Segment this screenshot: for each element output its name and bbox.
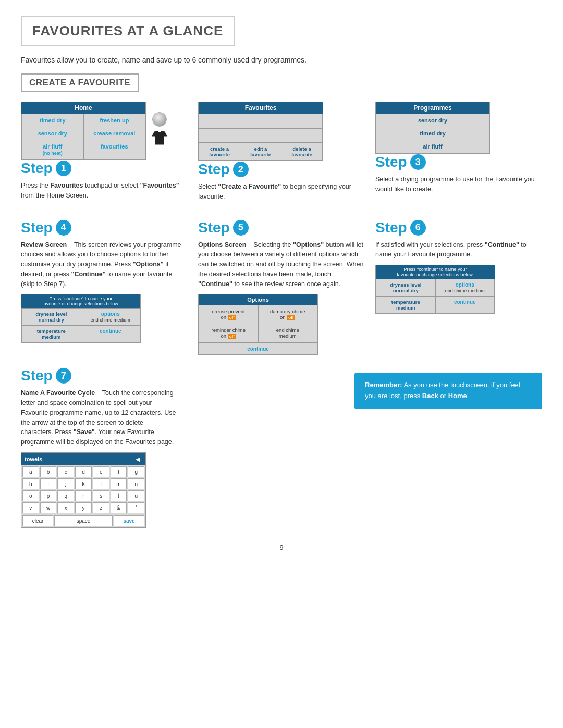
step2-col: Favourites create afavourite edit afavou…: [198, 102, 365, 207]
home-cell-sensor-dry: sensor dry: [22, 127, 83, 140]
key-l[interactable]: l: [93, 478, 109, 489]
fav-slot-1: [199, 114, 261, 128]
fav-slot-2: [261, 114, 323, 128]
option-reminder-chime: reminder chimeon off: [199, 324, 258, 342]
step4-word: Step: [21, 219, 53, 236]
step6-desc: If satisfied with your selections, press…: [375, 240, 542, 260]
home-screen-mockup: Home timed dry freshen up sensor dry cre…: [21, 102, 146, 160]
step5-word: Step: [198, 219, 230, 236]
svg-marker-0: [152, 131, 167, 144]
fav-screen-actions: create afavourite edit afavourite delete…: [199, 143, 323, 161]
key-apos[interactable]: ': [128, 502, 144, 513]
key-a[interactable]: a: [22, 466, 39, 477]
step7-label: Step 7: [21, 367, 177, 384]
keyboard-rows: a b c d e f g h i j k l m n: [21, 465, 145, 515]
key-t[interactable]: t: [111, 490, 127, 501]
step1-label: Step 1: [21, 160, 188, 177]
step5-number: 5: [233, 220, 249, 236]
key-amp[interactable]: &: [111, 502, 127, 513]
step2-label: Step 2: [198, 161, 365, 178]
key-z[interactable]: z: [93, 502, 109, 513]
step6-label: Step 6: [375, 219, 542, 236]
review2-body: dryness levelnormal dry optionsend chime…: [376, 279, 495, 314]
review-temp: temperaturemedium: [22, 326, 81, 342]
step4-desc: Review Screen – This screen reviews your…: [21, 240, 188, 289]
section-header-title: CREATE A FAVOURITE: [29, 78, 130, 88]
key-m[interactable]: m: [111, 478, 127, 489]
keyboard-screen-mockup: towels ◄ a b c d e f g h i j k: [21, 452, 146, 528]
section-header: CREATE A FAVOURITE: [21, 73, 139, 92]
remember-col: Remember: As you use the touchscreen, if…: [354, 367, 542, 409]
key-o[interactable]: o: [22, 490, 39, 501]
key-b[interactable]: b: [40, 466, 57, 477]
key-j[interactable]: j: [57, 478, 74, 489]
fav-action-delete: delete afavourite: [282, 143, 322, 160]
home-screen-grid: timed dry freshen up sensor dry crease r…: [21, 114, 145, 159]
fav-action-edit: edit afavourite: [240, 143, 281, 160]
steps-row-3: Step 7 Name A Favourite Cycle – Touch th…: [21, 367, 542, 528]
steps-row-1: Home timed dry freshen up sensor dry cre…: [21, 102, 542, 207]
prog-screen-list: sensor dry timed dry air fluff: [376, 114, 489, 153]
step5-desc: Options Screen – Selecting the "Options"…: [198, 240, 365, 289]
step2-word: Step: [198, 161, 230, 178]
key-x[interactable]: x: [57, 502, 74, 513]
review-continue: continue: [81, 326, 140, 342]
ball-icon: [152, 112, 167, 127]
keyboard-delete-btn[interactable]: ◄: [130, 453, 145, 465]
key-q[interactable]: q: [57, 490, 74, 501]
key-s[interactable]: s: [93, 490, 109, 501]
review-top-bar: Press "continue" to name yourfavourite o…: [21, 294, 140, 308]
step2-desc: Select "Create a Favourite" to begin spe…: [198, 182, 365, 202]
key-g[interactable]: g: [128, 466, 144, 477]
fav-slot-3: [199, 129, 261, 143]
key-f[interactable]: f: [111, 466, 127, 477]
key-p[interactable]: p: [40, 490, 57, 501]
step3-word: Step: [375, 154, 407, 170]
key-v[interactable]: v: [22, 502, 39, 513]
step3-label: Step 3: [375, 154, 542, 170]
key-clear[interactable]: clear: [22, 515, 53, 526]
key-y[interactable]: y: [75, 502, 92, 513]
review-dryness: dryness levelnormal dry: [22, 309, 81, 325]
step7-number: 7: [56, 368, 71, 384]
page-title-box: FAVOURITES AT A GLANCE: [21, 16, 235, 46]
remember-box: Remember: As you use the touchscreen, if…: [354, 373, 542, 409]
key-c[interactable]: c: [57, 466, 74, 477]
key-space[interactable]: space: [54, 515, 113, 526]
key-d[interactable]: d: [75, 466, 92, 477]
step1-number: 1: [56, 161, 71, 176]
step1-col: Home timed dry freshen up sensor dry cre…: [21, 102, 188, 207]
key-k[interactable]: k: [75, 478, 92, 489]
review-screen2-mockup: Press "continue" to name yourfavourite o…: [375, 265, 495, 314]
option-damp-dry-chime: damp dry chimeon off: [259, 305, 317, 324]
key-save[interactable]: save: [114, 515, 144, 526]
keyboard-title-text: towels: [21, 454, 130, 464]
prog-timed-dry: timed dry: [376, 127, 489, 140]
keyboard-title-bar: towels ◄: [21, 453, 145, 465]
review-body: dryness levelnormal dry optionsend chime…: [21, 308, 140, 343]
key-w[interactable]: w: [40, 502, 57, 513]
review2-dryness: dryness levelnormal dry: [376, 279, 435, 296]
fav-slot-4: [261, 129, 323, 143]
key-n[interactable]: n: [128, 478, 144, 489]
key-r[interactable]: r: [75, 490, 92, 501]
step4-label: Step 4: [21, 219, 188, 236]
step3-desc: Select a drying programme to use for the…: [375, 175, 542, 194]
key-e[interactable]: e: [93, 466, 109, 477]
shirt-ball-icons: [150, 112, 169, 149]
review-options: optionsend chime medium: [81, 309, 140, 325]
key-i[interactable]: i: [40, 478, 57, 489]
page-number: 9: [21, 544, 542, 551]
key-h[interactable]: h: [22, 478, 39, 489]
option-crease-prevent: crease preventon off: [199, 305, 258, 324]
review2-continue: continue: [436, 297, 495, 313]
key-u[interactable]: u: [128, 490, 144, 501]
page-title: FAVOURITES AT A GLANCE: [32, 23, 223, 39]
review2-options: optionsend chime medium: [436, 279, 495, 296]
keyboard-row-2: h i j k l m n: [22, 478, 144, 489]
home-cell-freshen-up: freshen up: [84, 114, 145, 127]
programmes-screen-mockup: Programmes sensor dry timed dry air fluf…: [375, 102, 490, 154]
options-screen-mockup: Options crease preventon off damp dry ch…: [198, 294, 318, 355]
fav-screen-header: Favourites: [199, 102, 323, 114]
step7-col: Step 7 Name A Favourite Cycle – Touch th…: [21, 367, 177, 528]
